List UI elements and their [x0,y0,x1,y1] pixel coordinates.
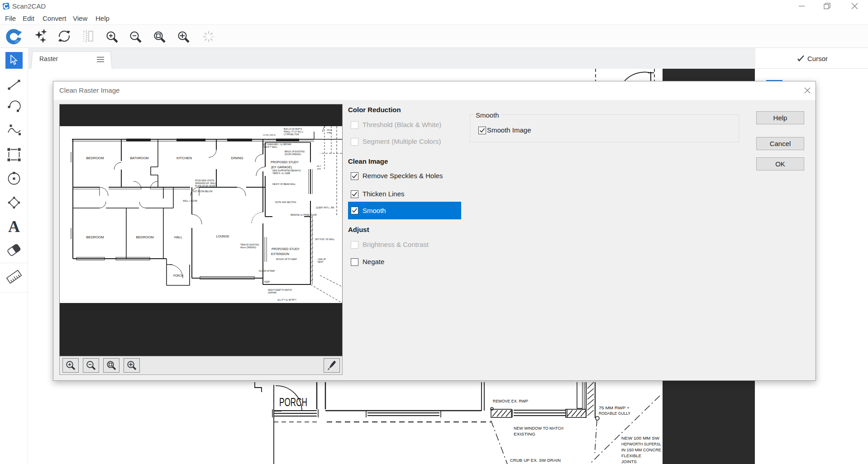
svg-text:NEW WINDOW TO MATCH: NEW WINDOW TO MATCH [514,426,563,431]
svg-text:LINE UP: LINE UP [318,258,326,260]
svg-text:IN 150 MM CONCRE: IN 150 MM CONCRE [621,447,661,452]
svg-text:LOUNGE: LOUNGE [216,234,229,238]
svg-text:DOOR OPENING: DOOR OPENING [285,153,301,156]
svg-text:HEPWORTH SUPERSL: HEPWORTH SUPERSL [621,441,661,446]
svg-text:QUERY PNT L. RM: QUERY PNT L. RM [316,207,334,209]
svg-text:HELM: HELM [327,129,332,131]
svg-text:CRUB UP EX. SW DRAIN: CRUB UP EX. SW DRAIN [510,458,561,463]
svg-text:EXISTING: EXISTING [514,431,535,436]
svg-text:NEW P. OF BEAM WALL: NEW P. OF BEAM WALL [272,183,296,185]
svg-text:WALL + ROOM: WALL + ROOM [183,200,197,202]
svg-text:SPAN: SPAN [327,132,332,134]
svg-text:REMOVE EX. RWP: REMOVE EX. RWP [493,398,528,403]
svg-text:NEW P KEEP TO MATCH: NEW P KEEP TO MATCH [268,289,292,291]
svg-text:NEW SUPPORTED BEAM-HC: NEW SUPPORTED BEAM-HC [272,170,301,172]
svg-text:SPM: SPM [317,168,321,170]
svg-text:BEDROOM: BEDROOM [136,235,154,239]
svg-text:KEEP: KEEP [264,281,270,283]
svg-text:KITCHEN: KITCHEN [176,156,192,160]
svg-text:FLEXIBLE: FLEXIBLE [621,453,641,458]
svg-text:RODABLE GULLY: RODABLE GULLY [599,411,631,416]
svg-text:TERR N. UL JAMB: TERR N. UL JAMB [272,172,290,175]
svg-text:NOTE: RAF SECTION: NOTE: RAF SECTION [275,201,296,204]
svg-text:ASPHAR: ASPHAR [268,292,277,294]
svg-text:SHT P EX. OF WALL: SHT P EX. OF WALL [315,238,335,241]
svg-text:75 MM RWP +: 75 MM RWP + [599,405,630,410]
svg-text:DLPMO WRLM: DLPMO WRLM [263,134,276,136]
svg-text:EXTENSION: EXTENSION [271,252,289,256]
svg-text:PORCH: PORCH [173,274,183,278]
svg-text:PROPOSED STUDY: PROPOSED STUDY [272,247,300,251]
svg-text:BRICK UP EXISTING: BRICK UP EXISTING [285,151,305,153]
svg-text:FLOOR UP RWP: FLOOR UP RWP [259,270,275,272]
svg-text:DENT: DENT [318,261,324,263]
svg-text:POSN NEW JOISTS: POSN NEW JOISTS [195,180,214,182]
svg-text:2D: 2D [15,39,19,43]
svg-text:PORCH: PORCH [279,395,307,409]
svg-text:PWALL TT UT WLL L: PWALL TT UT WLL L [284,131,304,133]
svg-text:TRIM P T WALL: TRIM P T WALL [262,146,277,148]
svg-text:(EX GARAGE): (EX GARAGE) [271,165,292,169]
svg-text:JOINTS: JOINTS [621,459,637,464]
svg-text:BEDROOM: BEDROOM [86,235,104,239]
svg-text:HALL: HALL [174,235,182,239]
svg-text:ROUGH UP TO KEEP: ROUGH UP TO KEEP [276,258,297,260]
svg-text:SPANNING EX. WALL: SPANNING EX. WALL [195,182,216,185]
svg-text:BLR LO OK ROP N: BLR LO OK ROP N [284,128,302,130]
svg-text:LT PPOML TOW: LT PPOML TOW [284,133,300,136]
svg-text:RE P: RE P [317,165,321,167]
svg-text:TRIM OF EXISTING: TRIM OF EXISTING [240,244,259,246]
svg-text:PLATE OF EX. ROOF: PLATE OF EX. ROOF [195,185,215,187]
svg-text:EXT ROOM BELOW: EXT ROOM BELOW [193,190,213,193]
svg-text:A: A [8,218,20,236]
svg-text:REMOVE UL PANEL DOOR: REMOVE UL PANEL DOOR [291,214,317,216]
svg-text:NUT DAMAGED I. UL BROWN: NUT DAMAGED I. UL BROWN [262,143,291,146]
svg-text:NEW 100 MM SW: NEW 100 MM SW [621,436,659,440]
svg-text:40mm OPENING: 40mm OPENING [240,246,257,249]
svg-text:BATHROOM: BATHROOM [130,156,149,160]
svg-text:PROPOSED STUDY: PROPOSED STUDY [271,160,299,164]
svg-text:BEDROOM: BEDROOM [86,156,104,160]
svg-text:ALL P T UL SP PP T: ALL P T UL SP PP T [277,299,296,301]
svg-text:DINING: DINING [231,156,243,160]
